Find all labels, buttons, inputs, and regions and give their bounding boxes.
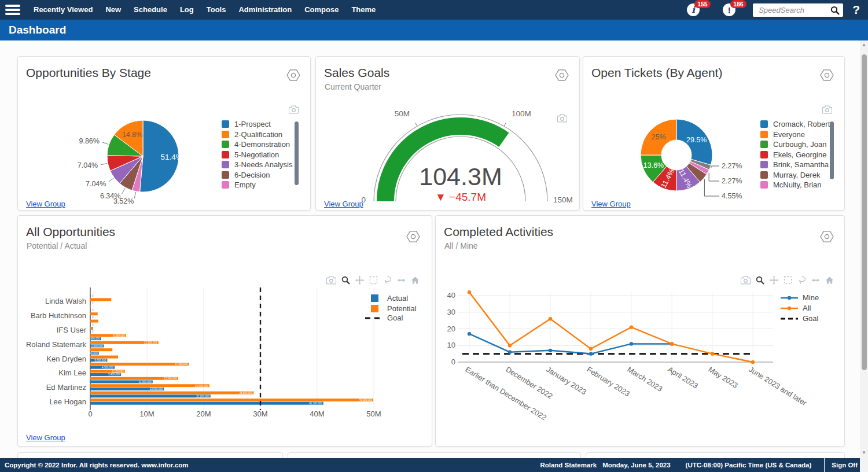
svg-text:0: 0 bbox=[92, 323, 94, 326]
svg-text:Potential: Potential bbox=[387, 304, 417, 313]
view-group-link[interactable]: View Group bbox=[591, 200, 631, 208]
speedsearch-input[interactable] bbox=[753, 3, 843, 17]
lasso-icon[interactable] bbox=[797, 276, 806, 285]
home-icon[interactable] bbox=[411, 276, 420, 285]
footer-divider bbox=[824, 458, 825, 472]
svg-text:Actual: Actual bbox=[387, 294, 408, 303]
camera-icon[interactable] bbox=[822, 105, 832, 114]
autoscale-icon[interactable] bbox=[811, 276, 820, 285]
svg-text:10: 10 bbox=[447, 341, 455, 349]
pan-icon[interactable] bbox=[355, 276, 364, 285]
legend-item-everyone[interactable]: Everyone bbox=[760, 131, 830, 138]
zoom-icon[interactable] bbox=[756, 276, 764, 285]
svg-text:Linda Walsh: Linda Walsh bbox=[45, 297, 86, 305]
camera-icon bbox=[822, 106, 832, 116]
widget-card-partial bbox=[586, 452, 845, 458]
timezone-text: (UTC-08:00) Pacific Time (US & Canada) bbox=[686, 462, 812, 469]
widget-settings-button[interactable] bbox=[554, 68, 569, 83]
menu-item-log[interactable]: Log bbox=[174, 0, 200, 20]
scroll-down-arrow-icon[interactable]: ▼ bbox=[860, 450, 868, 455]
legend-label: Everyone bbox=[773, 130, 805, 139]
nav-right: i 155 ! 186 ? bbox=[687, 0, 862, 20]
camera-icon[interactable] bbox=[326, 276, 336, 285]
svg-text:1,900,000: 1,900,000 bbox=[89, 337, 101, 340]
legend-scrollbar[interactable] bbox=[295, 121, 299, 185]
info-icon[interactable]: i 155 bbox=[687, 3, 700, 16]
svg-text:April 2023: April 2023 bbox=[666, 365, 700, 390]
autoscale-icon[interactable] bbox=[397, 276, 406, 285]
legend-swatch bbox=[760, 181, 768, 189]
legend-swatch bbox=[760, 171, 768, 179]
camera-icon[interactable] bbox=[741, 276, 751, 285]
status-bar: Copyright © 2022 Infor. All rights reser… bbox=[0, 458, 868, 472]
pan-icon[interactable] bbox=[770, 276, 778, 285]
widget-all-opportunities: 010M20M30M40M50M0Linda Walsh00Barb Hutch… bbox=[17, 215, 432, 447]
view-group-link[interactable]: View Group bbox=[324, 200, 363, 208]
scroll-up-arrow-icon[interactable]: ▲ bbox=[860, 42, 868, 47]
legend-item-mcnulty-brian[interactable]: McNulty, Brian bbox=[760, 181, 830, 189]
legend-item-6-decision[interactable]: 6-Decision bbox=[222, 171, 295, 179]
svg-text:13,000,000: 13,000,000 bbox=[150, 388, 163, 390]
widget-settings-button[interactable] bbox=[819, 229, 834, 244]
menu-item-theme[interactable]: Theme bbox=[345, 0, 382, 20]
legend-item-ekels-georgine[interactable]: Ekels, Georgine bbox=[760, 151, 830, 158]
legend-item-3-needs-analysis[interactable]: 3-Needs Analysis bbox=[222, 161, 295, 168]
menu-item-new[interactable]: New bbox=[99, 0, 127, 20]
svg-text:20M: 20M bbox=[196, 410, 211, 418]
help-icon[interactable]: ? bbox=[850, 3, 862, 17]
page-scrollbar[interactable]: ▲ ▼ bbox=[860, 40, 868, 472]
camera-icon[interactable] bbox=[289, 105, 299, 114]
svg-text:30M: 30M bbox=[253, 410, 267, 418]
home-icon[interactable] bbox=[825, 276, 834, 285]
svg-text:3,000,000: 3,000,000 bbox=[94, 359, 106, 362]
camera-icon[interactable] bbox=[557, 114, 567, 123]
hex-icon bbox=[286, 76, 301, 84]
view-group-link[interactable]: View Group bbox=[26, 433, 65, 442]
menu-item-compose[interactable]: Compose bbox=[298, 0, 345, 20]
svg-text:Mine: Mine bbox=[803, 293, 819, 302]
hamburger-menu-icon[interactable] bbox=[5, 5, 20, 15]
search-icon[interactable] bbox=[830, 6, 840, 17]
widget-settings-button[interactable] bbox=[406, 229, 421, 244]
widget-settings-button[interactable] bbox=[286, 68, 301, 83]
zoom-icon[interactable] bbox=[341, 276, 350, 285]
sign-off-button[interactable]: Sign Off bbox=[832, 462, 858, 469]
menu-item-administration[interactable]: Administration bbox=[232, 0, 298, 20]
legend-item-1-prospect[interactable]: 1-Prospect bbox=[222, 120, 295, 128]
legend-item-2-qualification[interactable]: 2-Qualification bbox=[222, 131, 295, 138]
svg-text:10M: 10M bbox=[139, 410, 154, 418]
legend-item-cromack-robert[interactable]: Cromack, Robert bbox=[760, 120, 830, 128]
svg-text:49,900,000: 49,900,000 bbox=[359, 399, 372, 401]
svg-text:6,100,000: 6,100,000 bbox=[112, 370, 124, 373]
svg-text:Ed Martinez: Ed Martinez bbox=[46, 383, 86, 392]
legend-swatch bbox=[222, 171, 229, 179]
search-icon[interactable] bbox=[830, 7, 840, 17]
svg-text:29.5%: 29.5% bbox=[686, 136, 707, 144]
widget-subtitle: Current Quarter bbox=[325, 82, 381, 91]
svg-text:30: 30 bbox=[447, 308, 455, 316]
alert-glyph: ! bbox=[728, 6, 731, 14]
legend-swatch bbox=[760, 120, 768, 128]
scrollbar-thumb[interactable] bbox=[862, 54, 867, 370]
svg-text:0: 0 bbox=[88, 410, 92, 418]
legend-label: Curbough, Joan bbox=[773, 140, 827, 149]
widget-settings-button[interactable] bbox=[819, 68, 834, 83]
menu-item-schedule[interactable]: Schedule bbox=[127, 0, 174, 20]
widget-title: Open Tickets (By Agent) bbox=[591, 66, 722, 80]
menu-item-tools[interactable]: Tools bbox=[200, 0, 233, 20]
svg-text:Ken Dryden: Ken Dryden bbox=[46, 355, 86, 363]
legend-item-4-demonstration[interactable]: 4-Demonstration bbox=[222, 141, 295, 148]
legend-scrollbar[interactable] bbox=[830, 121, 834, 179]
legend-item-5-negotiation[interactable]: 5-Negotiation bbox=[222, 151, 295, 158]
box-icon[interactable] bbox=[369, 276, 378, 285]
legend-item-murray-derek[interactable]: Murray, Derek bbox=[760, 171, 830, 179]
lasso-icon[interactable] bbox=[383, 276, 392, 285]
legend-item-empty[interactable]: Empty bbox=[222, 181, 295, 189]
menu-item-recently-viewed[interactable]: Recently Viewed bbox=[27, 0, 99, 20]
alert-icon[interactable]: ! 186 bbox=[723, 3, 735, 16]
legend-item-brink-samantha[interactable]: Brink, Samantha bbox=[760, 161, 830, 168]
legend-swatch bbox=[222, 141, 229, 148]
box-icon[interactable] bbox=[784, 276, 792, 285]
legend-item-curbough-joan[interactable]: Curbough, Joan bbox=[760, 141, 830, 148]
view-group-link[interactable]: View Group bbox=[26, 200, 65, 208]
